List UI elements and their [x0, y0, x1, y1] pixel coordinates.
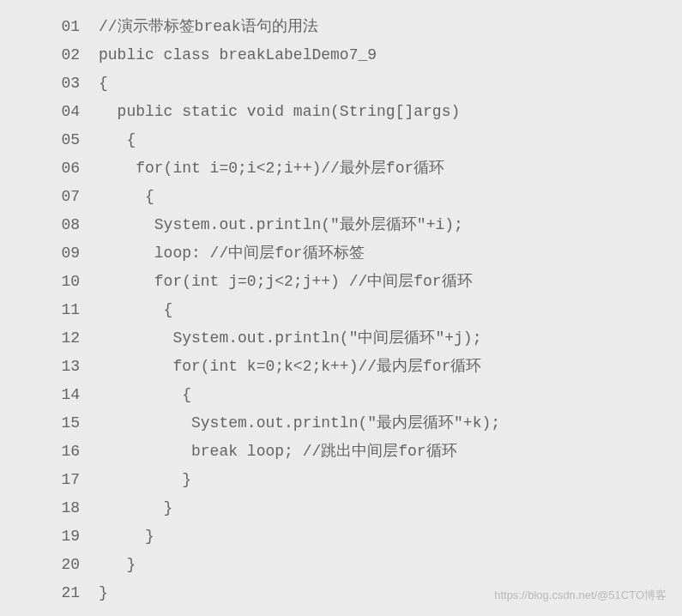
line-number: 05 [0, 126, 99, 154]
line-number: 18 [0, 494, 99, 522]
line-content: { [99, 381, 682, 409]
line-number: 10 [0, 268, 99, 296]
line-number: 02 [0, 41, 99, 69]
line-number: 03 [0, 69, 99, 98]
watermark-text: https://blog.csdn.net/@51CTO博客 [494, 581, 667, 609]
line-number: 16 [0, 438, 99, 466]
code-line: 13 for(int k=0;k<2;k++)//最内层for循环 [0, 353, 682, 381]
code-line: 14 { [0, 381, 682, 409]
line-content: public class breakLabelDemo7_9 [99, 41, 682, 69]
line-number: 12 [0, 324, 99, 353]
line-number: 21 [0, 579, 99, 607]
code-line: 08 System.out.println("最外层循环"+i); [0, 211, 682, 239]
code-line: 11 { [0, 296, 682, 324]
code-line: 07 { [0, 183, 682, 211]
line-content: for(int k=0;k<2;k++)//最内层for循环 [99, 353, 682, 381]
line-content: System.out.println("最内层循环"+k); [99, 409, 682, 438]
line-content: } [99, 522, 682, 551]
line-number: 20 [0, 551, 99, 579]
line-content: for(int i=0;i<2;i++)//最外层for循环 [99, 154, 682, 183]
code-line: 06 for(int i=0;i<2;i++)//最外层for循环 [0, 154, 682, 183]
line-number: 13 [0, 353, 99, 381]
line-content: } [99, 551, 682, 579]
line-number: 07 [0, 183, 99, 211]
line-content: System.out.println("最外层循环"+i); [99, 211, 682, 239]
code-line: 02 public class breakLabelDemo7_9 [0, 41, 682, 69]
line-content: //演示带标签break语句的用法 [99, 13, 682, 41]
code-line: 19 } [0, 522, 682, 551]
line-number: 08 [0, 211, 99, 239]
line-content: } [99, 466, 682, 494]
line-number: 19 [0, 522, 99, 551]
line-content: for(int j=0;j<2;j++) //中间层for循环 [99, 268, 682, 296]
line-content: { [99, 183, 682, 211]
line-content: public static void main(String[]args) [99, 98, 682, 126]
code-line: 10 for(int j=0;j<2;j++) //中间层for循环 [0, 268, 682, 296]
code-line: 03 { [0, 69, 682, 98]
line-content: loop: //中间层for循环标签 [99, 239, 682, 268]
code-line: 05 { [0, 126, 682, 154]
line-number: 17 [0, 466, 99, 494]
line-content: { [99, 126, 682, 154]
code-line: 15 System.out.println("最内层循环"+k); [0, 409, 682, 438]
line-content: System.out.println("中间层循环"+j); [99, 324, 682, 353]
code-line: 12 System.out.println("中间层循环"+j); [0, 324, 682, 353]
line-number: 14 [0, 381, 99, 409]
line-number: 01 [0, 13, 99, 41]
line-number: 11 [0, 296, 99, 324]
line-content: { [99, 69, 682, 98]
line-content: { [99, 296, 682, 324]
code-block: 01 //演示带标签break语句的用法 02 public class bre… [0, 13, 682, 607]
code-line: 09 loop: //中间层for循环标签 [0, 239, 682, 268]
code-line: 04 public static void main(String[]args) [0, 98, 682, 126]
line-number: 15 [0, 409, 99, 438]
line-number: 06 [0, 154, 99, 183]
line-content: } [99, 494, 682, 522]
code-line: 16 break loop; //跳出中间层for循环 [0, 438, 682, 466]
code-line: 17 } [0, 466, 682, 494]
code-line: 01 //演示带标签break语句的用法 [0, 13, 682, 41]
code-line: 18 } [0, 494, 682, 522]
line-number: 04 [0, 98, 99, 126]
line-number: 09 [0, 239, 99, 268]
code-line: 20 } [0, 551, 682, 579]
line-content: break loop; //跳出中间层for循环 [99, 438, 682, 466]
